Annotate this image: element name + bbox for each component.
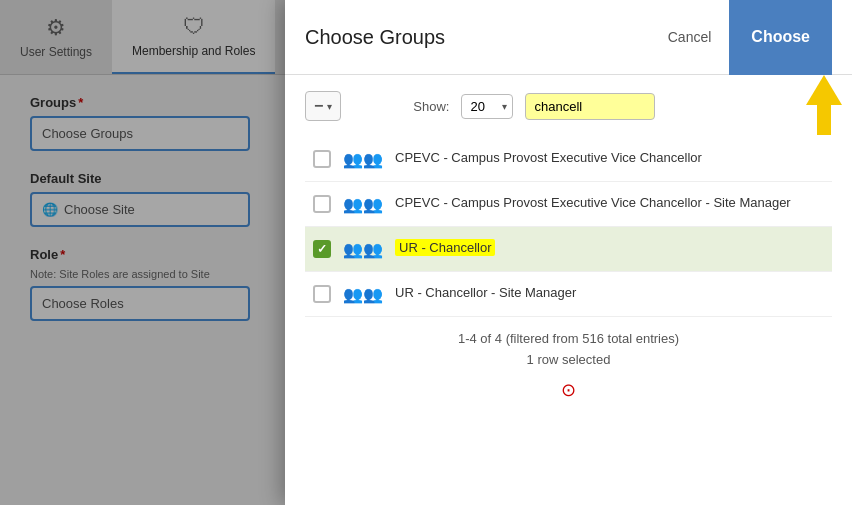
item-text-1: CPEVC - Campus Provost Executive Vice Ch…	[395, 149, 702, 167]
modal-body: − ▾ Show: 20 10 50 100 👥👥CPEVC - Campus …	[285, 75, 852, 505]
search-input[interactable]	[525, 93, 655, 120]
checkbox-4[interactable]	[313, 285, 331, 303]
modal-header-actions: Cancel Choose	[650, 0, 832, 75]
deselect-button[interactable]: − ▾	[305, 91, 341, 121]
group-icon: 👥👥	[343, 195, 383, 214]
results-range: 1-4 of 4	[458, 331, 502, 346]
list-item[interactable]: 👥👥CPEVC - Campus Provost Executive Vice …	[305, 182, 832, 227]
checkbox-1[interactable]	[313, 150, 331, 168]
item-text-4: UR - Chancellor - Site Manager	[395, 284, 576, 302]
show-select-wrapper: 20 10 50 100	[461, 94, 513, 119]
show-select[interactable]: 20 10 50 100	[461, 94, 513, 119]
results-footer: 1-4 of 4 (filtered from 516 total entrie…	[305, 317, 832, 375]
item-text-3: UR - Chancellor	[395, 239, 495, 257]
minus-icon: −	[314, 97, 323, 115]
group-icon: 👥👥	[343, 150, 383, 169]
group-icon: 👥👥	[343, 285, 383, 304]
items-list: 👥👥CPEVC - Campus Provost Executive Vice …	[305, 137, 832, 317]
modal-header: Choose Groups Cancel Choose	[285, 0, 852, 75]
choose-groups-modal: Choose Groups Cancel Choose − ▾ Show: 20…	[285, 0, 852, 505]
cancel-button[interactable]: Cancel	[650, 21, 730, 53]
item-text-2: CPEVC - Campus Provost Executive Vice Ch…	[395, 194, 791, 212]
choose-button[interactable]: Choose	[729, 0, 832, 75]
list-item[interactable]: 👥👥UR - Chancellor - Site Manager	[305, 272, 832, 317]
modal-title: Choose Groups	[305, 26, 445, 49]
group-icon: 👥👥	[343, 240, 383, 259]
selection-note: 1 row selected	[305, 350, 832, 371]
pagination-dots: ⊙	[305, 379, 832, 401]
show-label: Show:	[413, 99, 449, 114]
chevron-down-icon: ▾	[327, 101, 332, 112]
results-filter-note: (filtered from 516 total entries)	[506, 331, 679, 346]
list-item[interactable]: 👥👥UR - Chancellor	[305, 227, 832, 272]
toolbar-row: − ▾ Show: 20 10 50 100	[305, 91, 832, 121]
list-item[interactable]: 👥👥CPEVC - Campus Provost Executive Vice …	[305, 137, 832, 182]
checkbox-3[interactable]	[313, 240, 331, 258]
checkbox-2[interactable]	[313, 195, 331, 213]
